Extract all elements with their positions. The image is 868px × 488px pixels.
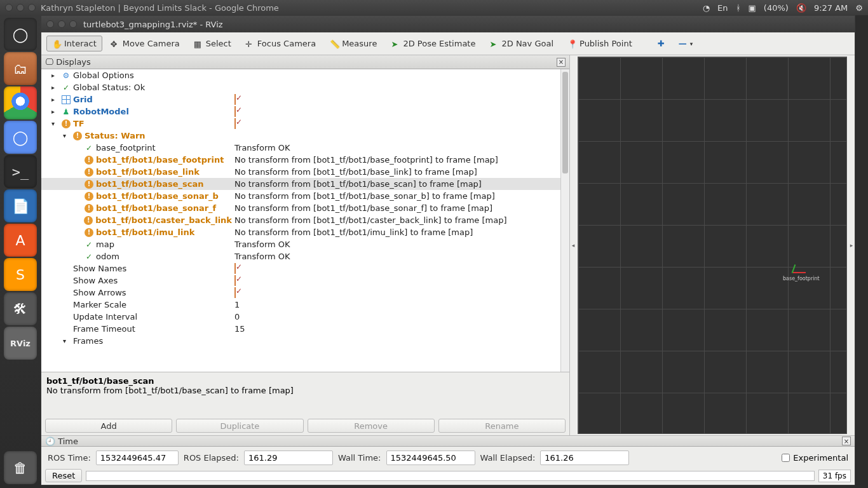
reset-button[interactable]: Reset (45, 469, 82, 482)
tree-value: Transform OK (232, 143, 569, 152)
settings-icon[interactable]: 🛠 (4, 292, 37, 325)
3d-viewport[interactable]: base_footprint (576, 55, 848, 435)
tree-value[interactable] (232, 264, 569, 273)
expand-icon[interactable]: ▸ (51, 84, 59, 91)
tree-row[interactable]: odom Transform OK (41, 250, 569, 262)
tree-row[interactable]: ▾ Frames (41, 335, 569, 347)
tree-row[interactable]: ▸ Global Options (41, 69, 569, 81)
collapse-right-icon[interactable]: ▸ (848, 55, 855, 435)
experimental-checkbox[interactable]: Experimental (782, 453, 848, 463)
tree-row[interactable]: ▸ RobotModel (41, 105, 569, 118)
tree-row[interactable]: Frame Timeout 15 (41, 323, 569, 335)
close-panel-icon[interactable]: × (842, 437, 851, 445)
rename-button[interactable]: Rename (438, 419, 566, 433)
wall-elapsed-field[interactable]: 161.26 (540, 451, 629, 465)
tree-row[interactable]: bot1_tf/bot1/base_sonar_f No transform f… (41, 202, 569, 214)
expand-icon[interactable]: ▾ (63, 337, 71, 344)
tree-label: bot1_tf/bot1/base_scan (96, 179, 203, 189)
terminal-icon[interactable]: >_ (4, 155, 37, 188)
sublime-icon[interactable]: S (4, 258, 37, 291)
desc-body: No transform from [bot1_tf/bot1/base_sca… (46, 386, 564, 395)
tree-row[interactable]: Update Interval 0 (41, 311, 569, 323)
tree-row[interactable]: ▸ Grid (41, 93, 569, 105)
tree-row[interactable]: bot1_tf/bot1/base_sonar_b No transform f… (41, 190, 569, 202)
chromium-icon[interactable]: ◯ (4, 121, 37, 154)
maximize-icon[interactable] (28, 4, 36, 11)
dash-icon[interactable]: ◯ (4, 18, 37, 51)
close-panel-icon[interactable]: × (557, 58, 566, 67)
ros-time-field[interactable]: 1532449645.47 (96, 451, 179, 465)
ros-elapsed-field[interactable]: 161.29 (244, 451, 333, 465)
minimize-icon[interactable] (58, 20, 65, 28)
tree-row[interactable]: map Transform OK (41, 238, 569, 250)
scrollbar[interactable] (560, 69, 569, 372)
writer-icon[interactable]: 📄 (4, 189, 37, 222)
gear-icon (62, 71, 71, 80)
tree-value[interactable] (232, 276, 569, 285)
volume-icon[interactable]: 🔇 (796, 3, 806, 13)
rviz-icon[interactable]: RViz (4, 327, 37, 360)
trash-icon[interactable]: 🗑 (4, 451, 37, 484)
tree-row[interactable]: ▾ TF (41, 118, 569, 130)
focus-camera-button[interactable]: ✛Focus Camera (240, 36, 322, 51)
gear-icon[interactable]: ⚙ (855, 3, 863, 13)
maximize-icon[interactable] (69, 20, 77, 28)
ok-icon (85, 252, 93, 261)
wall-time-field[interactable]: 1532449645.50 (386, 451, 475, 465)
publish-point-button[interactable]: 📍Publish Point (562, 36, 638, 51)
add-tool-button[interactable]: ✚ (652, 36, 670, 51)
rviz-titlebar[interactable]: turtlebot3_gmapping1.rviz* - RViz (41, 16, 855, 32)
tree-value[interactable] (232, 107, 569, 116)
duplicate-button[interactable]: Duplicate (176, 419, 303, 433)
time-header[interactable]: 🕘 Time × (41, 436, 855, 447)
expand-icon[interactable]: ▾ (63, 132, 71, 139)
wifi-icon[interactable]: ◔ (703, 3, 710, 13)
tree-row[interactable]: Show Arrows (41, 287, 569, 299)
expand-icon[interactable]: ▸ (51, 108, 59, 115)
tree-row[interactable]: Show Axes (41, 274, 569, 287)
select-button[interactable]: ▦Select (188, 36, 237, 51)
tree-label: Marker Scale (73, 300, 126, 309)
clock[interactable]: 9:27 AM (814, 3, 848, 13)
battery-icon[interactable]: ▣ (749, 3, 756, 13)
language-indicator[interactable]: En (717, 3, 728, 13)
minimize-icon[interactable] (17, 4, 24, 11)
expand-icon[interactable]: ▸ (51, 72, 59, 79)
close-icon[interactable] (5, 4, 13, 11)
interact-button[interactable]: ✋Interact (46, 36, 102, 51)
move-camera-button[interactable]: ✥Move Camera (105, 36, 186, 51)
tree-value: Transform OK (232, 240, 569, 249)
tree-row[interactable]: bot1_tf/bot1/imu_link No transform from … (41, 226, 569, 238)
files-icon[interactable]: 🗂 (4, 52, 37, 85)
remove-tool-button[interactable]: —▾ (673, 36, 699, 51)
nav-goal-button[interactable]: ➤2D Nav Goal (484, 36, 559, 51)
tree-row[interactable]: base_footprint Transform OK (41, 142, 569, 154)
chrome-icon[interactable] (4, 86, 37, 119)
tree-row[interactable]: bot1_tf/bot1/base_link No transform from… (41, 166, 569, 178)
expand-icon[interactable]: ▾ (51, 120, 59, 127)
remove-button[interactable]: Remove (308, 419, 435, 433)
collapse-left-icon[interactable]: ◂ (570, 55, 576, 435)
displays-header[interactable]: 🖵 Displays × (41, 55, 569, 69)
expand-icon[interactable]: ▸ (51, 96, 59, 103)
close-icon[interactable] (46, 20, 54, 28)
tree-row[interactable]: bot1_tf/bot1/base_scan No transform from… (41, 178, 569, 190)
pose-estimate-button[interactable]: ➤2D Pose Estimate (385, 36, 481, 51)
time-progress[interactable] (86, 471, 814, 481)
tree-row[interactable]: ▾ Status: Warn (41, 130, 569, 142)
add-button[interactable]: Add (45, 419, 172, 433)
tree-row[interactable]: Marker Scale 1 (41, 299, 569, 311)
software-icon[interactable]: A (4, 224, 37, 257)
ruler-icon: 📏 (330, 39, 339, 48)
tree-row[interactable]: Show Names (41, 262, 569, 274)
tree-value[interactable] (232, 119, 569, 128)
tree-label: Frames (73, 336, 103, 346)
bluetooth-icon[interactable]: ᚼ (736, 3, 741, 13)
tree-value[interactable] (232, 288, 569, 297)
tree-value[interactable] (232, 95, 569, 104)
tree-row[interactable]: ▸ Global Status: Ok (41, 81, 569, 93)
measure-button[interactable]: 📏Measure (324, 36, 383, 51)
tree-row[interactable]: bot1_tf/bot1/caster_back_link No transfo… (41, 214, 569, 226)
displays-tree[interactable]: ▸ Global Options ▸ Global Status: Ok ▸ G… (41, 69, 569, 372)
tree-row[interactable]: bot1_tf/bot1/base_footprint No transform… (41, 154, 569, 166)
